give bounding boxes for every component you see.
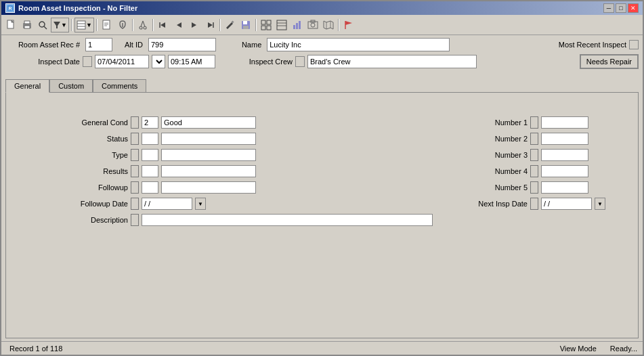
svg-point-18: [139, 26, 142, 29]
grid2-button[interactable]: [274, 18, 289, 32]
general-cond-text-input[interactable]: [161, 116, 256, 129]
svg-marker-23: [160, 22, 165, 28]
number1-indicator: [530, 116, 538, 129]
followup-date-dropdown[interactable]: ▼: [195, 198, 206, 210]
followup-date-input[interactable]: [142, 198, 192, 210]
type-label: Type: [67, 151, 128, 159]
svg-text:R: R: [8, 6, 12, 11]
svg-marker-49: [345, 21, 352, 25]
number1-input[interactable]: [541, 116, 588, 129]
number3-input[interactable]: [541, 149, 588, 161]
status-num-input[interactable]: [142, 133, 158, 145]
minimize-button[interactable]: ─: [603, 3, 614, 13]
doc-button[interactable]: [100, 18, 114, 32]
maximize-button[interactable]: □: [616, 3, 626, 13]
status-indicator: [131, 133, 139, 145]
followup-num-input[interactable]: [142, 181, 158, 194]
next-insp-date-dropdown[interactable]: ▼: [595, 198, 605, 210]
prev-button[interactable]: [171, 18, 186, 32]
next-insp-date-label: Next Insp Date: [473, 200, 528, 208]
general-cond-num-input[interactable]: [142, 116, 158, 129]
general-cond-row: General Cond: [67, 116, 433, 129]
description-label: Description: [67, 216, 128, 224]
right-fields: Number 1 Number 2 Number 3: [473, 116, 605, 226]
number5-label: Number 5: [473, 183, 528, 192]
tab-comments[interactable]: Comments: [93, 79, 146, 93]
close-button[interactable]: ✕: [628, 3, 639, 13]
filter-dropdown[interactable]: ▼: [51, 18, 69, 32]
chart-button[interactable]: [290, 18, 305, 32]
results-num-input[interactable]: [142, 165, 158, 177]
name-input[interactable]: [267, 38, 450, 51]
window-title: Room Asset Inspection - No Filter: [18, 4, 137, 12]
status-row: Status: [67, 133, 433, 145]
svg-rect-34: [261, 26, 265, 30]
followup-date-label: Followup Date: [67, 200, 128, 208]
most-recent-checkbox[interactable]: [629, 40, 639, 49]
tab-content-general: General Cond Status Type: [5, 92, 639, 338]
sep6: [255, 19, 257, 31]
search-button[interactable]: [35, 18, 50, 32]
svg-point-43: [311, 23, 315, 27]
save-button[interactable]: [238, 18, 253, 32]
alt-id-input[interactable]: [148, 38, 216, 51]
tab-custom[interactable]: Custom: [49, 79, 93, 93]
inspect-date-input[interactable]: [95, 55, 149, 68]
followup-row: Followup: [67, 181, 433, 194]
status-text-input[interactable]: [161, 133, 256, 145]
inspect-date-dropdown[interactable]: [152, 55, 165, 68]
next-insp-date-indicator: [530, 198, 538, 210]
print-button[interactable]: [20, 18, 35, 32]
next-button[interactable]: [187, 18, 202, 32]
type-text-input[interactable]: [161, 149, 256, 161]
room-asset-rec-input[interactable]: [85, 38, 112, 51]
type-num-input[interactable]: [142, 149, 158, 161]
svg-rect-5: [24, 21, 30, 24]
results-label: Results: [67, 167, 128, 175]
inspect-crew-indicator: [295, 56, 305, 67]
number3-label: Number 3: [473, 151, 528, 159]
flag-button[interactable]: [341, 18, 356, 32]
svg-rect-10: [77, 21, 85, 29]
results-text-input[interactable]: [161, 165, 256, 177]
number4-indicator: [530, 165, 538, 177]
svg-point-7: [39, 22, 45, 27]
number5-input[interactable]: [541, 181, 588, 194]
last-button[interactable]: [202, 18, 217, 32]
number3-row: Number 3: [473, 149, 605, 161]
new-button[interactable]: [4, 18, 19, 32]
edit-button[interactable]: [223, 18, 238, 32]
number2-row: Number 2: [473, 133, 605, 145]
description-input[interactable]: [142, 214, 433, 226]
followup-date-row: Followup Date ▼: [67, 198, 433, 210]
inspect-crew-label: Inspect Crew: [238, 58, 293, 66]
photo-button[interactable]: [305, 18, 320, 32]
title-bar: R Room Asset Inspection - No Filter ─ □ …: [1, 1, 643, 15]
view-dropdown[interactable]: ▼: [74, 18, 94, 32]
room-asset-rec-label: Room Asset Rec #: [5, 41, 80, 49]
type-indicator: [131, 149, 139, 161]
number4-input[interactable]: [541, 165, 588, 177]
svg-rect-31: [243, 26, 249, 29]
tab-bar: General Custom Comments: [5, 79, 639, 92]
svg-marker-25: [192, 22, 196, 28]
tab-general[interactable]: General: [5, 79, 49, 93]
inspect-time-input[interactable]: [168, 55, 215, 68]
cut-button[interactable]: [135, 18, 150, 32]
attach-button[interactable]: [115, 18, 130, 32]
map-button[interactable]: [321, 18, 336, 32]
svg-rect-41: [299, 21, 301, 29]
app-icon: R: [5, 3, 15, 13]
inspect-crew-input[interactable]: [307, 55, 477, 68]
number2-input[interactable]: [541, 133, 588, 145]
needs-repair-button[interactable]: Needs Repair: [580, 54, 639, 69]
svg-marker-9: [53, 22, 60, 28]
number4-row: Number 4: [473, 165, 605, 177]
followup-text-input[interactable]: [161, 181, 256, 194]
number5-row: Number 5: [473, 181, 605, 194]
number4-label: Number 4: [473, 167, 528, 175]
next-insp-date-input[interactable]: [541, 198, 592, 210]
grid1-button[interactable]: [259, 18, 274, 32]
svg-rect-39: [293, 25, 295, 29]
first-button[interactable]: [156, 18, 171, 32]
